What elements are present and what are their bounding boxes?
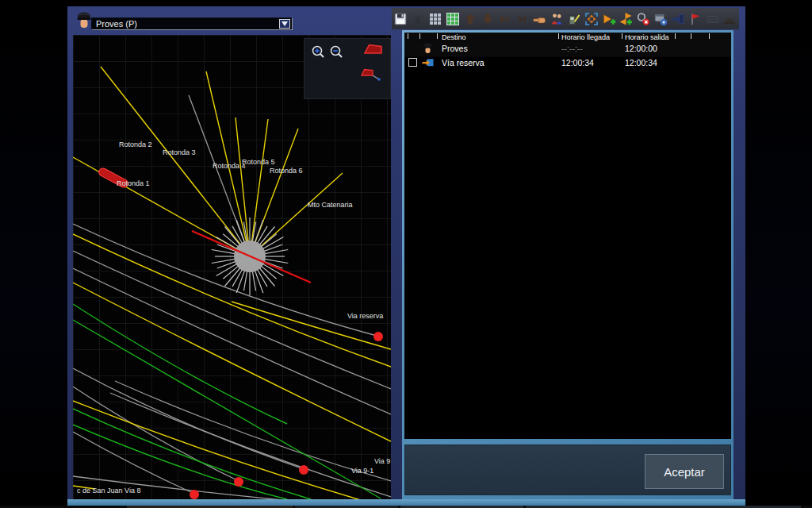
move-up-button (462, 11, 477, 26)
zoom-out-button[interactable] (329, 44, 343, 59)
col-header-salida: Horario salida (625, 33, 669, 41)
toolbar (392, 8, 739, 29)
move-down-button (480, 11, 495, 26)
track-assign-icon (422, 57, 434, 68)
map-label: Mto Catenaria (308, 201, 353, 209)
driver-avatar-icon (422, 42, 434, 55)
zoom-in-button[interactable] (311, 44, 325, 59)
window-bottom-edge (67, 499, 745, 506)
passengers-button[interactable] (550, 11, 565, 26)
cell-destino: Proves (442, 44, 468, 53)
active-route-line (192, 231, 311, 283)
table-row[interactable]: Proves --:--:-- 12:00:00 (404, 42, 731, 55)
map-label: Rotonda 1 (117, 179, 150, 187)
map-label: Rotonda 3 (163, 148, 196, 156)
col-header-llegada: Horario llegada (561, 33, 610, 41)
step-to-end-button (515, 11, 530, 26)
cell-llegada: 12:00:34 (561, 58, 594, 67)
track-map[interactable]: Rotonda 2 Rotonda 3 Rotonda 4 Rotonda 5 … (73, 35, 391, 499)
sign-in-button (671, 11, 686, 26)
cell-salida: 12:00:34 (625, 58, 657, 67)
schedule-table: Destino Horario llegada Horario salida P… (404, 33, 731, 439)
map-label: Via reserva (347, 312, 383, 320)
app-window: Proves (P) (67, 6, 745, 506)
canopy-button (722, 11, 737, 26)
map-label: Rotonda 2 (119, 140, 152, 148)
add-route-button[interactable] (601, 11, 616, 26)
delete-button (411, 11, 426, 26)
schedule-panel: Destino Horario llegada Horario salida P… (402, 30, 733, 499)
map-tools-panel (304, 38, 391, 99)
grid-green-button[interactable] (446, 11, 461, 26)
hand-pointer-button[interactable] (532, 11, 547, 26)
cell-destino: Vía reserva (442, 58, 485, 67)
driver-avatar-icon (75, 10, 93, 31)
cell-salida: 12:00:00 (625, 44, 657, 53)
map-label: Rotonda 6 (270, 167, 303, 175)
cell-llegada: --:--:-- (561, 44, 583, 53)
clear-search-button[interactable] (636, 11, 651, 26)
map-label: c de San Juan Via 8 (77, 487, 140, 495)
refuel-button[interactable] (566, 11, 581, 26)
grey-tracks (73, 95, 391, 499)
table-header: Destino Horario llegada Horario salida (404, 33, 731, 42)
accept-button[interactable]: Aceptar (645, 454, 724, 489)
operator-dropdown[interactable]: Proves (P) (91, 17, 293, 30)
add-route-both-button[interactable] (619, 11, 634, 26)
flag-button[interactable] (688, 11, 703, 26)
row-checkbox[interactable] (408, 58, 417, 67)
track-layout: Rotonda 2 Rotonda 3 Rotonda 4 Rotonda 5 … (73, 35, 391, 499)
gather-tracks-button[interactable] (584, 11, 599, 26)
red-vehicle-icon[interactable] (363, 43, 384, 56)
operator-dropdown-value: Proves (P) (96, 19, 279, 29)
save-button[interactable] (393, 11, 408, 26)
panel-button (705, 11, 720, 26)
map-label: Rotonda 5 (242, 158, 275, 166)
dropdown-arrow-icon[interactable] (279, 19, 290, 29)
map-label: Via 9 (374, 457, 390, 465)
desktop: Proves (P) (0, 0, 812, 508)
table-row[interactable]: Vía reserva 12:00:34 12:00:34 (404, 56, 731, 68)
map-label: Via 9-1 (351, 467, 373, 475)
footer-panel: Aceptar (404, 444, 731, 495)
red-vehicle-route-icon[interactable] (358, 65, 382, 84)
col-header-destino: Destino (442, 33, 466, 41)
yellow-tracks (73, 67, 391, 499)
step-forward-button (497, 11, 512, 26)
grid-grey-button[interactable] (428, 11, 443, 26)
console-settings-button[interactable] (653, 11, 668, 26)
map-label: Rotonda 4 (213, 162, 246, 170)
